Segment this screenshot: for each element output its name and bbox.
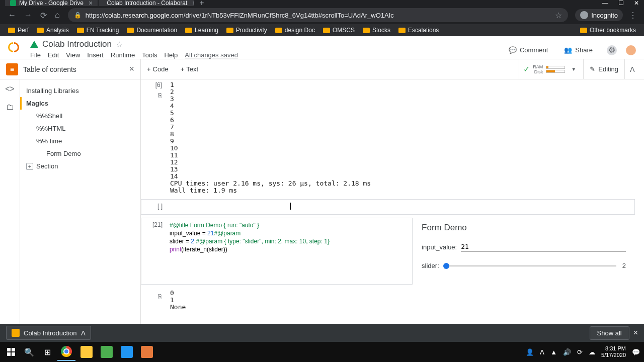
form-label: slider: — [422, 262, 439, 269]
app-icon-blue[interactable] — [118, 343, 136, 361]
expand-icon[interactable]: + — [26, 163, 33, 170]
reload-button[interactable]: ⟳ — [36, 11, 51, 20]
maximize-icon[interactable]: ☐ — [618, 0, 624, 7]
toc-item-active[interactable]: Magics — [20, 97, 140, 110]
menu-insert[interactable]: Insert — [87, 51, 104, 59]
empty-code-cell[interactable]: [ ] — [141, 199, 635, 215]
show-all-button[interactable]: Show all — [590, 326, 629, 340]
star-icon[interactable]: ☆ — [116, 40, 123, 49]
browser-tab-drive[interactable]: My Drive - Google Drive × — [5, 0, 98, 6]
new-tab-button[interactable]: + — [195, 0, 208, 8]
task-view-icon[interactable]: ⊞ — [38, 343, 56, 361]
form-title: Form Demo — [422, 223, 626, 233]
network-icon[interactable]: ▲ — [550, 348, 557, 356]
onedrive-icon[interactable]: ☁ — [589, 348, 595, 356]
address-bar[interactable]: 🔒 https://colab.research.google.com/driv… — [68, 8, 569, 22]
browser-tab-colab[interactable]: Colab Introduction - Colaborat × — [99, 0, 194, 6]
editing-mode-button[interactable]: ✎Editing — [583, 59, 624, 79]
code-editor[interactable] — [167, 200, 634, 214]
bookmark-item[interactable]: FN Tracking — [73, 27, 123, 34]
app-icon-orange[interactable] — [138, 343, 156, 361]
add-code-cell-button[interactable]: +Code — [141, 65, 175, 73]
time: 8:31 PM — [601, 345, 626, 352]
folder-icon — [77, 28, 84, 33]
input-value-field[interactable] — [461, 242, 626, 252]
document-title[interactable]: Colab Introduction — [42, 39, 112, 49]
toc-item[interactable]: %%HTML — [20, 122, 140, 135]
collapse-button[interactable]: ᐱ — [624, 59, 640, 79]
menu-runtime[interactable]: Runtime — [111, 51, 135, 59]
svg-rect-1 — [12, 348, 15, 351]
notebook-area[interactable]: [6] ⎘ 1 2 3 4 5 6 7 8 9 10 11 12 13 14 C… — [141, 79, 644, 327]
bookmark-item[interactable]: Stocks — [359, 27, 394, 34]
toc-item[interactable]: %% time — [20, 135, 140, 147]
user-avatar[interactable] — [626, 45, 636, 55]
output-indicator-icon[interactable]: ⎘ — [141, 293, 162, 300]
bookmark-item[interactable]: Productivity — [222, 27, 271, 34]
menu-edit[interactable]: Edit — [48, 51, 59, 59]
menu-file[interactable]: File — [30, 51, 41, 59]
folder-icon — [398, 28, 406, 33]
chevron-up-icon[interactable]: ᐱ — [81, 329, 86, 337]
close-icon[interactable]: × — [89, 0, 93, 6]
sync-icon[interactable]: ⟳ — [577, 348, 583, 356]
bookmark-item[interactable]: Documentation — [123, 27, 181, 34]
close-icon[interactable]: × — [192, 0, 194, 6]
menu-tools[interactable]: Tools — [142, 51, 157, 59]
notifications-icon[interactable]: 💬 — [632, 348, 640, 356]
toc-item[interactable]: Form Demo — [20, 147, 140, 160]
left-rail: <> 🗀 — [0, 79, 20, 327]
download-item[interactable]: Colab Introduction ᐱ — [6, 326, 91, 340]
back-button[interactable]: ← — [4, 11, 20, 20]
close-icon[interactable]: × — [129, 64, 134, 74]
folder-icon — [275, 28, 282, 33]
app-icon-green[interactable] — [98, 343, 116, 361]
volume-icon[interactable]: 🔊 — [563, 348, 571, 356]
share-button[interactable]: 👥Share — [559, 43, 598, 57]
slider-track[interactable] — [443, 265, 616, 266]
toc-title: Table of contents — [23, 65, 129, 73]
add-text-cell-button[interactable]: +Text — [175, 65, 204, 73]
search-icon[interactable]: 🔍 — [20, 343, 38, 361]
start-button[interactable] — [2, 343, 20, 361]
bookmark-star-icon[interactable]: ☆ — [555, 11, 562, 20]
toc-toggle-icon[interactable]: ≡ — [6, 63, 18, 75]
chevron-up-icon[interactable]: ᐱ — [540, 348, 544, 356]
menu-help[interactable]: Help — [165, 51, 178, 59]
menu-view[interactable]: View — [66, 51, 80, 59]
comment-button[interactable]: 💬Comment — [504, 43, 553, 57]
form-row-slider: slider: 2 — [422, 262, 626, 269]
bookmark-item[interactable]: Escalations — [394, 27, 443, 34]
close-icon[interactable]: ✕ — [634, 0, 639, 7]
plus-icon: + — [181, 65, 185, 73]
minimize-icon[interactable]: — — [602, 0, 608, 7]
toc-item-section[interactable]: +Section — [20, 160, 140, 172]
bookmark-item[interactable]: design Doc — [271, 27, 319, 34]
home-button[interactable]: ⌂ — [51, 11, 64, 20]
bookmark-item[interactable]: Perf — [4, 27, 33, 34]
browser-menu-icon[interactable]: ⋮ — [626, 11, 640, 20]
bookmark-item[interactable]: OMSCS — [319, 27, 359, 34]
clock[interactable]: 8:31 PM 5/17/2020 — [601, 345, 626, 358]
code-editor[interactable]: #@title Form Demo { run: "auto" } input_… — [167, 218, 412, 284]
files-icon[interactable]: 🗀 — [6, 103, 14, 112]
chevron-down-icon[interactable]: ▼ — [568, 66, 579, 72]
url-path: /drive/1rNTb53vFFIZnMRunCfShrc8_6Vg14ttb… — [184, 12, 394, 19]
toc-item[interactable]: Installing Libraries — [20, 84, 140, 97]
code-snippets-icon[interactable]: <> — [5, 84, 15, 94]
other-bookmarks[interactable]: Other bookmarks — [576, 27, 640, 34]
settings-gear-icon[interactable]: ⚙ — [607, 45, 617, 55]
slider-thumb[interactable] — [443, 263, 449, 269]
bookmark-item[interactable]: Analysis — [33, 27, 73, 34]
close-icon[interactable]: × — [633, 328, 638, 337]
forward-button[interactable]: → — [20, 11, 36, 20]
output-text: 0 1 None — [170, 290, 640, 311]
people-icon[interactable]: 👤 — [526, 348, 534, 356]
bookmark-item[interactable]: Learning — [181, 27, 222, 34]
resource-indicator[interactable]: ✓ RAMDisk ▼ — [519, 59, 583, 79]
chrome-app-icon[interactable] — [57, 343, 75, 361]
output-indicator-icon[interactable]: ⎘ — [141, 92, 162, 99]
save-status[interactable]: All changes saved — [185, 51, 238, 59]
explorer-app-icon[interactable] — [77, 343, 96, 361]
toc-item[interactable]: %%Shell — [20, 110, 140, 122]
